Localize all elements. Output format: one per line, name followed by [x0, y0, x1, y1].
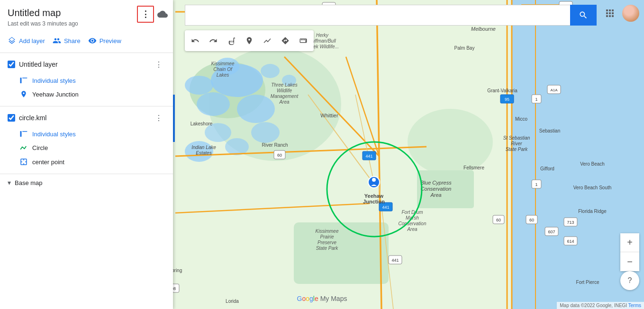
search-bar — [185, 5, 597, 26]
svg-text:Junction: Junction — [363, 199, 385, 204]
svg-point-15 — [225, 138, 249, 155]
top-right-icons — [601, 5, 639, 22]
svg-point-14 — [251, 122, 280, 143]
svg-text:State Park: State Park — [506, 147, 528, 152]
svg-text:Indian Lake: Indian Lake — [191, 145, 216, 150]
circle-kml-header: circle.kml ⋮ — [8, 111, 165, 124]
add-pin-button[interactable] — [241, 32, 258, 49]
help-button[interactable]: ? — [620, 271, 639, 290]
untitled-layer-checkbox[interactable] — [8, 61, 15, 68]
svg-text:1: 1 — [535, 97, 537, 102]
svg-text:Melbourne: Melbourne — [471, 26, 496, 32]
circle-kml-checkbox[interactable] — [8, 114, 15, 122]
svg-text:Whittier: Whittier — [320, 113, 338, 118]
svg-rect-134 — [22, 131, 27, 132]
svg-text:St Sebastian: St Sebastian — [503, 135, 530, 141]
svg-point-12 — [261, 64, 280, 78]
svg-text:Prairie: Prairie — [320, 234, 334, 239]
sidebar-header: Untitled map Last edit was 3 minutes ago… — [0, 0, 173, 31]
svg-text:Palm Bay: Palm Bay — [454, 45, 475, 51]
svg-text:Kissimmee: Kissimmee — [316, 229, 339, 234]
redo-button[interactable] — [205, 32, 222, 49]
circle-item[interactable]: Circle — [8, 141, 165, 155]
circle-kml-section: circle.kml ⋮ Individual styles Circle — [0, 106, 173, 174]
svg-text:Conservation: Conservation — [399, 221, 426, 226]
undo-button[interactable] — [187, 32, 204, 49]
svg-text:60: 60 — [529, 218, 534, 222]
circle-line-icon — [19, 143, 28, 152]
svg-text:Blue Cypress: Blue Cypress — [420, 180, 452, 185]
measure-button[interactable] — [295, 32, 312, 49]
hand-tool-button[interactable] — [223, 32, 240, 49]
google-mymaps-label: Google My Maps — [297, 295, 347, 302]
sidebar: Untitled map Last edit was 3 minutes ago… — [0, 0, 173, 309]
svg-text:State Park: State Park — [316, 246, 339, 251]
circle-kml-style-row[interactable]: Individual styles — [8, 127, 165, 141]
basemap-section[interactable]: ▾ Base map — [0, 174, 173, 191]
svg-point-9 — [197, 92, 230, 116]
svg-text:Lakeshore: Lakeshore — [190, 121, 213, 126]
svg-text:Lorida: Lorida — [226, 299, 239, 304]
svg-text:713: 713 — [567, 220, 574, 225]
save-to-drive-icon — [156, 8, 169, 21]
svg-point-8 — [237, 95, 275, 123]
svg-text:441: 441 — [391, 258, 399, 263]
svg-rect-132 — [22, 78, 27, 79]
svg-rect-131 — [20, 78, 22, 83]
share-button[interactable]: Share — [53, 35, 81, 47]
svg-text:Management: Management — [271, 94, 299, 99]
untitled-layer-style-row[interactable]: Individual styles — [8, 74, 165, 87]
svg-text:Chain Of: Chain Of — [213, 67, 233, 72]
circle-kml-style-label: Individual styles — [32, 131, 76, 138]
center-point-label: center point — [32, 159, 64, 166]
map-attribution: Map data ©2022 Google, INEGI Terms — [557, 302, 644, 309]
center-point-item[interactable]: center point — [8, 155, 165, 169]
svg-text:Three Lakes: Three Lakes — [271, 82, 298, 88]
svg-text:Area: Area — [430, 192, 441, 198]
three-dots-icon: ⋮ — [141, 9, 150, 19]
svg-text:441: 441 — [365, 154, 372, 159]
zoom-in-button[interactable]: + — [620, 233, 639, 252]
svg-text:Herky: Herky — [316, 33, 329, 38]
svg-text:60: 60 — [496, 218, 501, 222]
attribution-text: Map data ©2022 Google, INEGI — [560, 303, 627, 308]
untitled-layer-style-label: Individual styles — [32, 77, 76, 84]
circle-kml-name: circle.kml — [19, 114, 148, 122]
svg-text:441: 441 — [382, 205, 389, 210]
map-menu-button[interactable]: ⋮ — [137, 6, 154, 23]
circle-style-icon — [19, 129, 28, 139]
zoom-controls: + − — [620, 233, 639, 271]
svg-rect-133 — [20, 131, 22, 137]
add-layer-label: Add layer — [19, 37, 45, 44]
preview-button[interactable]: Preview — [88, 35, 121, 47]
untitled-layer-section: Untitled layer ⋮ Individual styles Yeeha… — [0, 53, 173, 106]
svg-text:1: 1 — [535, 182, 537, 187]
svg-text:Wildlife: Wildlife — [277, 88, 292, 93]
svg-text:Yeehaw: Yeehaw — [364, 193, 384, 199]
search-button[interactable] — [570, 5, 597, 26]
style-icon — [19, 76, 28, 85]
untitled-layer-menu-button[interactable]: ⋮ — [152, 58, 165, 71]
terms-link[interactable]: Terms — [628, 303, 641, 308]
svg-text:Area: Area — [279, 99, 290, 105]
svg-text:Vero Beach: Vero Beach — [580, 161, 605, 167]
svg-text:Grant-Valkaria: Grant-Valkaria — [487, 88, 517, 93]
circle-kml-menu-button[interactable]: ⋮ — [152, 111, 165, 124]
svg-text:Fort Pierce: Fort Pierce — [576, 280, 599, 285]
svg-text:95: 95 — [505, 97, 509, 102]
basemap-chevron-icon: ▾ — [8, 179, 11, 186]
apps-grid-button[interactable] — [601, 5, 618, 22]
svg-text:Sebastian: Sebastian — [539, 128, 560, 133]
svg-point-130 — [372, 178, 376, 182]
search-input[interactable] — [185, 5, 570, 26]
svg-point-10 — [185, 76, 213, 95]
svg-text:River: River — [511, 141, 522, 146]
svg-text:River Ranch: River Ranch — [262, 142, 288, 148]
yeehaw-junction-item[interactable]: Yeehaw Junction — [8, 87, 165, 101]
draw-line-button[interactable] — [259, 32, 276, 49]
circle-label: Circle — [32, 144, 48, 151]
directions-button[interactable] — [277, 32, 294, 49]
user-avatar[interactable] — [622, 5, 639, 22]
zoom-out-button[interactable]: − — [620, 252, 639, 271]
add-layer-button[interactable]: Add layer — [8, 35, 45, 47]
